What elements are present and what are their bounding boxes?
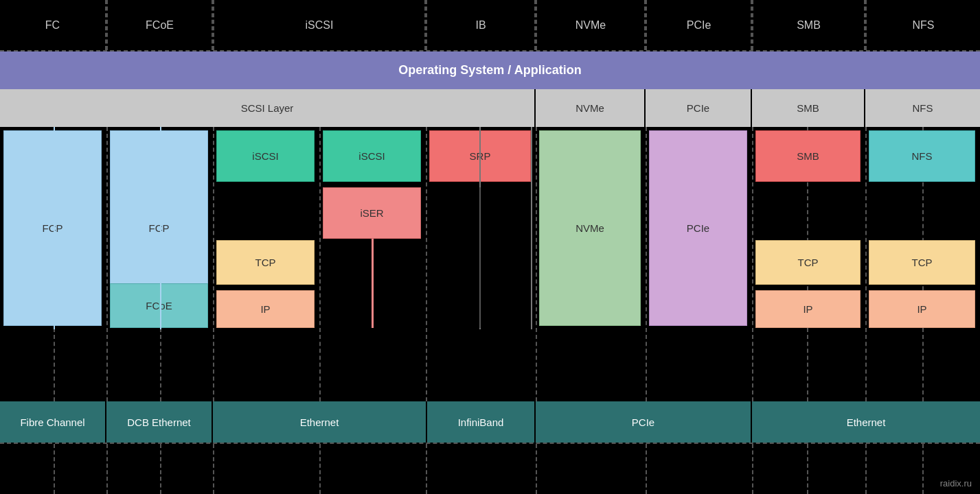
fcp1-block: FCP	[3, 130, 102, 326]
bottom-transport-row: Fibre Channel DCB Ethernet Ethernet Infi…	[0, 401, 980, 443]
layer-labels-row: SCSI Layer NVMe PCIe SMB NFS	[0, 89, 980, 127]
bottom-dashed-v4	[213, 444, 214, 494]
srp-line	[479, 187, 481, 328]
tcp2-block: TCP	[755, 240, 861, 285]
dashed-col-7	[536, 127, 537, 401]
dcb-ethernet-cell: DCB Ethernet	[106, 401, 213, 443]
top-label-pcie: PCIe	[646, 0, 752, 50]
top-label-iscsi: iSCSI	[213, 0, 426, 50]
top-label-ib: IB	[426, 0, 536, 50]
ethernet-cell-2: Ethernet	[752, 401, 980, 443]
ip3-block: IP	[869, 290, 975, 328]
bottom-dashed-v9	[752, 444, 753, 494]
tcp3-block: TCP	[869, 240, 975, 285]
bottom-dashed-v8	[646, 444, 647, 494]
ip2-block: IP	[755, 290, 861, 328]
iscsi1-block: iSCSI	[216, 130, 315, 182]
iscsi2-block: iSCSI	[323, 130, 421, 182]
ib-line2	[531, 127, 532, 329]
bottom-dashed-v7	[536, 444, 537, 494]
tcp1-block: TCP	[216, 240, 315, 285]
pcie-cell: PCIe	[536, 401, 752, 443]
main-content-area: FCP FCP iSCSI iSCSI SRP NVMe PCIe SMB	[0, 127, 980, 401]
scsi-layer: SCSI Layer	[0, 89, 536, 127]
bottom-dashed-v3	[160, 444, 161, 494]
dashed-col-8	[646, 127, 647, 401]
dashed-col-9	[752, 127, 753, 401]
iser-block: iSER	[323, 187, 421, 239]
top-labels-row: FC FCoE iSCSI IB NVMe PCIe SMB NFS	[0, 0, 980, 51]
nvme-block: NVMe	[539, 130, 641, 326]
bottom-dashed-row	[0, 443, 980, 494]
dashed-col-5	[319, 127, 321, 401]
watermark: raidix.ru	[940, 478, 972, 489]
fibre-channel-cell: Fibre Channel	[0, 401, 106, 443]
infiniband-cell: InfiniBand	[427, 401, 536, 443]
top-label-fc: FC	[0, 0, 106, 50]
top-label-nfs: NFS	[865, 0, 980, 50]
ip1-block: IP	[216, 290, 315, 328]
nfs-layer: NFS	[865, 89, 980, 127]
dashed-col-4	[213, 127, 214, 401]
bottom-dashed-v10	[807, 444, 808, 494]
bottom-dashed-v6	[426, 444, 427, 494]
dashed-col-2	[106, 127, 108, 401]
iser-line	[372, 239, 374, 328]
nfs-block: NFS	[869, 130, 975, 182]
fc-line	[54, 127, 55, 329]
dashed-col-6	[426, 127, 427, 401]
top-label-smb: SMB	[752, 0, 865, 50]
nvme-layer: NVMe	[536, 89, 646, 127]
ethernet-cell-1: Ethernet	[213, 401, 427, 443]
bottom-dashed-v1	[54, 444, 55, 494]
bottom-dashed-v5	[319, 444, 321, 494]
os-application-label: Operating System / Application	[398, 63, 581, 78]
pcie-block: PCIe	[649, 130, 747, 326]
bottom-dashed-v2	[106, 444, 108, 494]
fcoe-line	[160, 127, 161, 329]
smb-layer: SMB	[752, 89, 865, 127]
pcie-layer: PCIe	[646, 89, 752, 127]
top-label-nvme: NVMe	[536, 0, 646, 50]
bottom-dashed-v11	[865, 444, 867, 494]
os-application-row: Operating System / Application	[0, 51, 980, 89]
top-label-fcoe: FCoE	[106, 0, 213, 50]
smb-block: SMB	[755, 130, 861, 182]
bottom-dashed-v12	[922, 444, 924, 494]
diagram: FC FCoE iSCSI IB NVMe PCIe SMB NFS Opera…	[0, 0, 980, 494]
fcoe-block: FCoE	[110, 283, 208, 328]
dashed-col-11	[865, 127, 867, 401]
